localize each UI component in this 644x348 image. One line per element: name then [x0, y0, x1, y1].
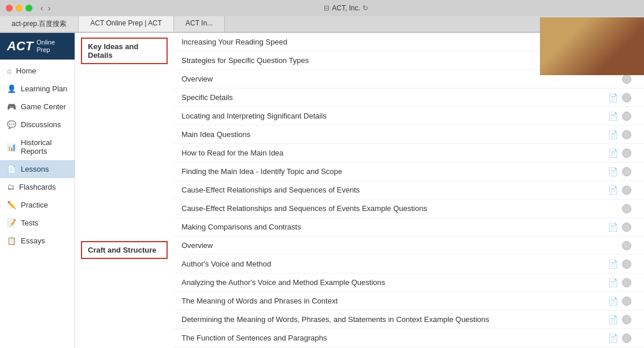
browser-tab-2[interactable]: ACT Online Prep | ACT	[79, 16, 174, 32]
sidebar-label-home: Home	[16, 66, 36, 75]
sidebar-label-historical-reports: Historical Reports	[21, 138, 68, 156]
learning-plan-icon: 👤	[7, 84, 16, 93]
list-item[interactable]: Locating and Interpreting Significant De…	[173, 107, 644, 125]
logo-text: Online Prep	[36, 39, 55, 54]
list-item[interactable]: Determining the Meaning of Words, Phrase…	[173, 310, 644, 329]
sidebar-item-essays[interactable]: 📋 Essays	[0, 232, 75, 250]
lesson-list: Key Ideas and Details Increasing Your Re…	[75, 33, 644, 348]
lesson-title: Making Comparisons and Contrasts	[173, 223, 606, 231]
tests-icon: 📝	[7, 219, 16, 227]
key-ideas-label-area: Key Ideas and Details	[75, 33, 173, 236]
lesson-title: The Function of Sentences and Paragraphs	[173, 334, 606, 342]
flashcards-icon: 🗂	[7, 183, 14, 191]
browser-layout-icon: ⊟	[324, 4, 330, 12]
doc-icon: 📄	[606, 223, 620, 232]
doc-icon: 📄	[606, 112, 620, 121]
doc-icon: 📄	[606, 149, 620, 158]
list-item[interactable]: Main Idea Questions 📄	[173, 125, 644, 144]
sidebar-label-tests: Tests	[21, 219, 38, 227]
sidebar-label-flashcards: Flashcards	[19, 183, 56, 191]
lesson-title: Analyzing the Author's Voice and Method …	[173, 278, 606, 287]
browser-tab-1[interactable]: act-prep.百度搜索	[0, 16, 79, 32]
sidebar-item-historical-reports[interactable]: 📊 Historical Reports	[0, 134, 75, 160]
status-dot	[622, 186, 631, 195]
sidebar: ACT Online Prep ⌂ Home 👤 Learning Plan 🎮	[0, 33, 75, 348]
list-item[interactable]: The Function of Sentences and Paragraphs…	[173, 329, 644, 347]
status-dot	[622, 223, 631, 232]
sidebar-item-game-center[interactable]: 🎮 Game Center	[0, 98, 75, 116]
status-dot	[622, 334, 631, 343]
sidebar-label-lessons: Lessons	[21, 165, 49, 173]
sidebar-label-game-center: Game Center	[21, 102, 66, 111]
sidebar-label-practice: Practice	[21, 201, 48, 209]
list-item[interactable]: How to Read for the Main Idea 📄	[173, 144, 644, 162]
list-item[interactable]: Author's Voice and Method 📄	[173, 255, 644, 273]
status-dot	[622, 278, 631, 287]
sidebar-item-lessons[interactable]: 📄 Lessons	[0, 160, 75, 178]
doc-icon: 📄	[606, 186, 620, 195]
sidebar-item-tests[interactable]: 📝 Tests	[0, 214, 75, 232]
lesson-title: Specific Details	[173, 93, 606, 102]
lesson-title: Determining the Meaning of Words, Phrase…	[173, 315, 606, 324]
discussions-icon: 💬	[7, 120, 16, 129]
doc-icon: 📄	[606, 297, 620, 306]
key-ideas-label: Key Ideas and Details	[81, 38, 168, 64]
status-dot	[622, 130, 631, 139]
status-dot	[622, 204, 631, 213]
lesson-title: The Meaning of Words and Phrases in Cont…	[173, 297, 606, 305]
traffic-light-red[interactable]	[6, 5, 13, 12]
sidebar-label-essays: Essays	[21, 236, 45, 245]
doc-icon: 📄	[606, 315, 620, 324]
sidebar-item-home[interactable]: ⌂ Home	[0, 62, 75, 80]
status-dot	[622, 241, 631, 250]
lesson-title: Cause-Effect Relationships and Sequences…	[173, 186, 606, 194]
lesson-title: Locating and Interpreting Significant De…	[173, 112, 606, 120]
status-dot	[622, 315, 631, 324]
lesson-title: Overview	[173, 75, 622, 83]
status-dot	[622, 167, 631, 176]
doc-icon: 📄	[606, 130, 620, 139]
browser-tab-3[interactable]: ACT In...	[174, 16, 225, 32]
craft-structure-label: Craft and Structure	[81, 241, 168, 259]
lesson-title: How to Read for the Main Idea	[173, 149, 606, 157]
list-item[interactable]: Analyzing the Author's Voice and Method …	[173, 273, 644, 292]
logo-area: ACT Online Prep	[0, 33, 75, 60]
doc-icon: 📄	[606, 93, 620, 102]
list-item[interactable]: Making Comparisons and Contrasts 📄	[173, 218, 644, 236]
list-item[interactable]: Cause-Effect Relationships and Sequences…	[173, 199, 644, 218]
back-button[interactable]: ‹	[40, 3, 43, 13]
sidebar-nav: ⌂ Home 👤 Learning Plan 🎮 Game Center 💬 D…	[0, 60, 75, 252]
sidebar-label-discussions: Discussions	[21, 120, 61, 129]
list-item[interactable]: Overview	[173, 236, 644, 255]
main-content: Key Ideas and Details Increasing Your Re…	[75, 33, 644, 348]
list-item[interactable]: Finding the Main Idea - Identify Topic a…	[173, 162, 644, 181]
sidebar-item-learning-plan[interactable]: 👤 Learning Plan	[0, 80, 75, 98]
browser-url: ACT, Inc.	[332, 4, 360, 12]
essays-icon: 📋	[7, 236, 16, 245]
sidebar-label-learning-plan: Learning Plan	[21, 84, 67, 93]
doc-icon: 📄	[606, 260, 620, 269]
doc-icon: 📄	[606, 278, 620, 287]
list-item[interactable]: The Meaning of Words and Phrases in Cont…	[173, 292, 644, 310]
lesson-title: Finding the Main Idea - Identify Topic a…	[173, 167, 606, 176]
sidebar-item-discussions[interactable]: 💬 Discussions	[0, 116, 75, 134]
sidebar-item-flashcards[interactable]: 🗂 Flashcards	[0, 178, 75, 196]
lesson-title: Overview	[173, 241, 622, 250]
status-dot	[622, 93, 631, 102]
list-item[interactable]: Cause-Effect Relationships and Sequences…	[173, 181, 644, 199]
webcam-feed	[540, 17, 644, 75]
status-dot	[622, 112, 631, 121]
sidebar-item-practice[interactable]: ✏️ Practice	[0, 196, 75, 214]
craft-structure-label-area: Craft and Structure	[75, 236, 173, 348]
forward-button[interactable]: ›	[48, 3, 51, 13]
doc-icon: 📄	[606, 167, 620, 176]
status-dot	[622, 297, 631, 306]
list-item[interactable]: Specific Details 📄	[173, 88, 644, 107]
logo-act: ACT	[7, 39, 33, 54]
traffic-light-yellow[interactable]	[16, 5, 23, 12]
game-center-icon: 🎮	[7, 102, 16, 111]
home-icon: ⌂	[7, 66, 12, 75]
traffic-light-green[interactable]	[25, 5, 32, 12]
status-dot	[622, 75, 631, 84]
refresh-button[interactable]: ↻	[362, 4, 368, 12]
